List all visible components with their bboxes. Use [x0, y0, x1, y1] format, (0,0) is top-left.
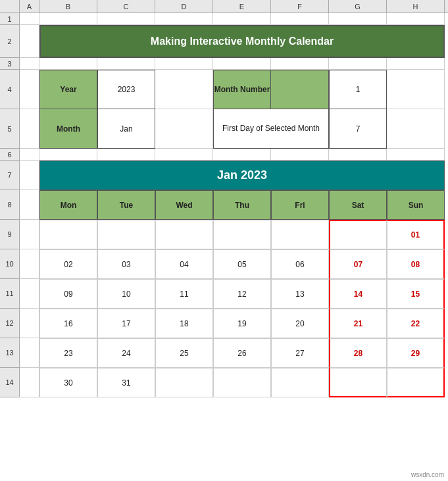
day-headers-row: Mon Tue Wed Thu Fri Sat Sun: [20, 190, 448, 220]
title-cell: Making Interactive Monthly Calendar: [39, 25, 445, 58]
month-label: Month: [39, 109, 97, 149]
cal-cell-r5-mon: 23: [39, 338, 97, 368]
cal-cell-r5-wed: 25: [155, 338, 213, 368]
cal-cell-r3-tue: 10: [97, 279, 155, 309]
cal-cell-r5-tue: 24: [97, 338, 155, 368]
cal-cell-r6-sun: [387, 368, 445, 397]
cal-cell-r1-sun: 01: [387, 220, 445, 249]
cal-cell-r3-sun: 15: [387, 279, 445, 309]
year-value[interactable]: 2023: [97, 70, 155, 109]
day-header-wed: Wed: [155, 190, 213, 220]
cal-cell-r3-fri: 13: [271, 279, 329, 309]
first-day-label: First Day of Selected Month: [213, 109, 329, 149]
cal-cell-r4-tue: 17: [97, 309, 155, 338]
cal-row-4: 16 17 18 19 20 21 22: [20, 309, 448, 338]
cal-cell-r5-fri: 27: [271, 338, 329, 368]
cal-cell-r6-mon: 30: [39, 368, 97, 397]
day-header-fri: Fri: [271, 190, 329, 220]
cal-cell-r1-tue: [97, 220, 155, 249]
cal-cell-r2-thu: 05: [213, 249, 271, 279]
cal-cell-r4-wed: 18: [155, 309, 213, 338]
cal-cell-r2-sat: 07: [329, 249, 387, 279]
calendar-header: Jan 2023: [39, 161, 445, 190]
cal-cell-r5-thu: 26: [213, 338, 271, 368]
cal-cell-r4-sun: 22: [387, 309, 445, 338]
cal-cell-r4-sat: 21: [329, 309, 387, 338]
cal-cell-r6-thu: [213, 368, 271, 397]
day-header-sat: Sat: [329, 190, 387, 220]
cal-cell-r1-fri: [271, 220, 329, 249]
year-label: Year: [39, 70, 97, 109]
cal-cell-r4-thu: 19: [213, 309, 271, 338]
day-header-sun: Sun: [387, 190, 445, 220]
cal-cell-r1-wed: [155, 220, 213, 249]
month-value[interactable]: Jan: [97, 109, 155, 149]
cal-cell-r4-fri: 20: [271, 309, 329, 338]
cal-cell-r2-tue: 03: [97, 249, 155, 279]
cal-cell-r4-mon: 16: [39, 309, 97, 338]
cal-row-1: 01: [20, 220, 448, 249]
day-header-mon: Mon: [39, 190, 97, 220]
cal-cell-r3-sat: 14: [329, 279, 387, 309]
cal-cell-r3-thu: 12: [213, 279, 271, 309]
first-day-value[interactable]: 7: [329, 109, 387, 149]
cal-cell-r5-sat: 28: [329, 338, 387, 368]
cal-cell-r2-mon: 02: [39, 249, 97, 279]
cal-cell-r6-sat: [329, 368, 387, 397]
cal-cell-r6-tue: 31: [97, 368, 155, 397]
cal-row-6: 30 31: [20, 368, 448, 397]
cal-row-3: 09 10 11 12 13 14 15: [20, 279, 448, 309]
watermark: wsxdn.com: [411, 471, 444, 478]
day-header-tue: Tue: [97, 190, 155, 220]
day-header-thu: Thu: [213, 190, 271, 220]
cal-cell-r1-mon: [39, 220, 97, 249]
cal-row-2: 02 03 04 05 06 07 08: [20, 249, 448, 279]
month-number-label: Month Number: [213, 70, 271, 109]
cal-cell-r2-wed: 04: [155, 249, 213, 279]
cal-cell-r2-sun: 08: [387, 249, 445, 279]
cal-cell-r6-fri: [271, 368, 329, 397]
month-number-value[interactable]: 1: [329, 70, 387, 109]
cal-cell-r6-wed: [155, 368, 213, 397]
cal-cell-r1-thu: [213, 220, 271, 249]
cal-cell-r3-wed: 11: [155, 279, 213, 309]
month-number-label-cont: [271, 70, 329, 109]
title-text: Making Interactive Monthly Calendar: [151, 36, 334, 47]
cal-row-5: 23 24 25 26 27 28 29: [20, 338, 448, 368]
cal-cell-r1-sat: [329, 220, 387, 249]
cal-cell-r5-sun: 29: [387, 338, 445, 368]
cal-cell-r3-mon: 09: [39, 279, 97, 309]
cal-cell-r2-fri: 06: [271, 249, 329, 279]
